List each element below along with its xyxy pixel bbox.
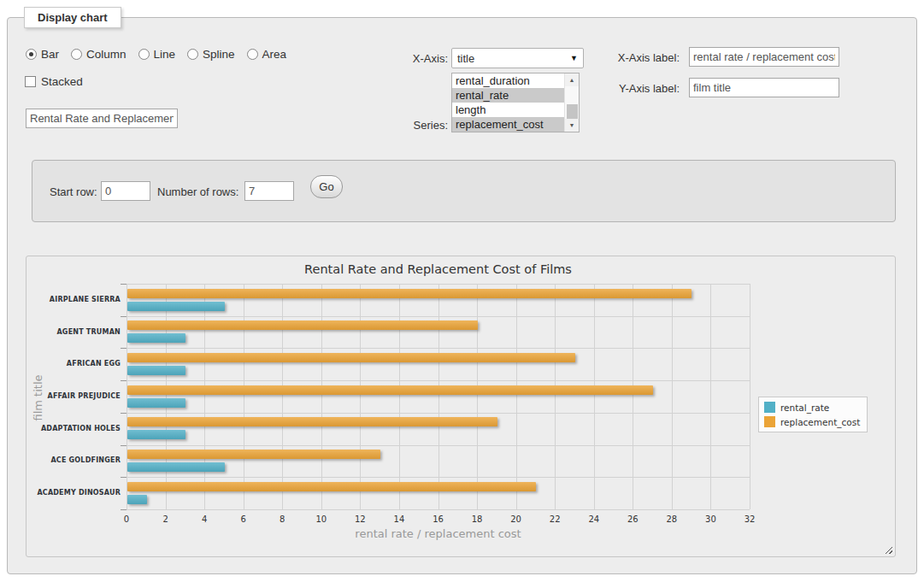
legend-item-replacement_cost[interactable]: replacement_cost <box>764 416 860 427</box>
bar-rental_rate[interactable] <box>127 366 185 375</box>
x-axis-title: rental rate / replacement cost <box>127 527 750 540</box>
go-button[interactable]: Go <box>310 175 343 198</box>
category-label: ACADEMY DINOSAUR <box>26 489 121 497</box>
x-axis-label-label: X-Axis label: <box>590 51 680 64</box>
chart-type-label: Area <box>262 48 287 61</box>
stacked-label: Stacked <box>41 75 83 88</box>
stacked-checkbox[interactable] <box>25 76 36 87</box>
x-tick-label: 16 <box>426 514 451 524</box>
x-axis-select[interactable]: title ▼ <box>451 48 584 68</box>
bar-replacement_cost[interactable] <box>127 417 497 426</box>
page: Display chart BarColumnLineSplineArea St… <box>0 0 924 582</box>
bar-rental_rate[interactable] <box>127 430 185 439</box>
gridline <box>672 284 673 509</box>
radio-icon[interactable] <box>138 49 150 60</box>
series-option-rental_duration[interactable]: rental_duration <box>452 73 564 88</box>
series-multiselect[interactable]: rental_durationrental_ratelengthreplacem… <box>451 73 580 132</box>
chart-type-column[interactable]: Column <box>71 48 127 61</box>
scrollbar-down-icon[interactable]: ▼ <box>565 119 579 132</box>
bar-replacement_cost[interactable] <box>127 353 575 362</box>
legend-label: replacement_cost <box>780 417 860 427</box>
series-option-length[interactable]: length <box>452 103 564 117</box>
bar-replacement_cost[interactable] <box>127 482 536 491</box>
series-scrollbar[interactable]: ▲ ▼ <box>564 73 579 132</box>
bar-replacement_cost[interactable] <box>127 450 380 459</box>
chart-legend: rental_ratereplacement_cost <box>758 397 868 432</box>
gridline <box>594 284 595 509</box>
scrollbar-up-icon[interactable]: ▲ <box>565 73 579 86</box>
chart-type-label: Bar <box>41 48 59 61</box>
axis-tick <box>121 445 127 446</box>
gridline <box>204 284 205 509</box>
stacked-option[interactable]: Stacked <box>25 75 83 88</box>
category-label: AIRPLANE SIERRA <box>26 296 121 303</box>
radio-icon[interactable] <box>26 49 37 60</box>
gridline <box>127 380 750 381</box>
chevron-down-icon: ▼ <box>570 54 578 62</box>
x-tick-label: 18 <box>464 514 490 524</box>
scrollbar-thumb[interactable] <box>567 104 578 119</box>
bar-replacement_cost[interactable] <box>127 289 692 298</box>
bar-rental_rate[interactable] <box>127 462 225 472</box>
chart-type-options: BarColumnLineSplineArea <box>26 48 286 61</box>
legend-item-rental_rate[interactable]: rental_rate <box>764 402 860 413</box>
radio-icon[interactable] <box>247 49 258 60</box>
chart-type-bar[interactable]: Bar <box>26 48 59 61</box>
x-axis-label-input[interactable] <box>689 47 839 67</box>
category-label: AGENT TRUMAN <box>26 328 121 336</box>
chart-type-spline[interactable]: Spline <box>187 48 235 61</box>
bar-rental_rate[interactable] <box>127 495 147 504</box>
gridline <box>127 445 750 446</box>
bar-rental_rate[interactable] <box>127 398 185 408</box>
x-tick-label: 8 <box>269 514 295 524</box>
chart-type-label: Column <box>86 48 127 61</box>
legend-label: rental_rate <box>780 403 829 413</box>
bar-replacement_cost[interactable] <box>127 385 653 395</box>
category-label: AFRICAN EGG <box>26 360 121 367</box>
series-select-label: Series: <box>376 119 448 132</box>
axis-tick <box>121 380 127 381</box>
legend-swatch-icon <box>764 402 775 413</box>
chart-type-label: Line <box>154 48 176 61</box>
bar-rental_rate[interactable] <box>127 302 225 311</box>
x-tick-label: 30 <box>697 514 723 524</box>
chart-type-label: Spline <box>203 48 235 61</box>
gridline <box>244 284 244 509</box>
gridline <box>127 284 750 285</box>
radio-icon[interactable] <box>187 49 198 60</box>
chart-title-input[interactable] <box>26 109 178 128</box>
x-axis-select-label: X-Axis: <box>376 52 448 65</box>
x-tick-label: 0 <box>114 514 139 524</box>
chart-type-line[interactable]: Line <box>138 48 176 61</box>
gridline <box>127 348 750 349</box>
legend-swatch-icon <box>764 416 775 427</box>
y-axis-label-input[interactable] <box>689 78 839 97</box>
series-options: rental_durationrental_ratelengthreplacem… <box>452 73 564 132</box>
gridline <box>438 284 439 509</box>
series-option-replacement_cost[interactable]: replacement_cost <box>452 117 564 132</box>
gridline <box>321 284 322 509</box>
gridline <box>127 316 750 317</box>
panel-title: Display chart <box>24 7 121 28</box>
bar-rental_rate[interactable] <box>127 333 185 343</box>
gridline <box>555 284 556 509</box>
chart-type-area[interactable]: Area <box>247 48 287 61</box>
resize-handle-icon[interactable] <box>884 545 892 554</box>
gridline <box>477 284 478 509</box>
chart-canvas: Rental Rate and Replacement Cost of Film… <box>26 256 896 557</box>
x-tick-label: 6 <box>231 514 256 524</box>
start-row-label: Start row: <box>50 185 97 198</box>
radio-icon[interactable] <box>71 49 82 60</box>
x-tick-label: 10 <box>309 514 334 524</box>
gridline <box>127 509 750 510</box>
series-option-rental_rate[interactable]: rental_rate <box>452 88 564 103</box>
number-of-rows-input[interactable] <box>244 181 294 201</box>
x-tick-label: 24 <box>581 514 607 524</box>
gridline <box>127 284 127 509</box>
category-label: ADAPTATION HOLES <box>26 425 121 432</box>
start-row-input[interactable] <box>101 181 150 201</box>
bar-replacement_cost[interactable] <box>127 320 478 330</box>
x-tick-label: 22 <box>542 514 568 524</box>
axis-tick <box>121 477 127 478</box>
x-axis-selected-value: title <box>457 52 474 65</box>
